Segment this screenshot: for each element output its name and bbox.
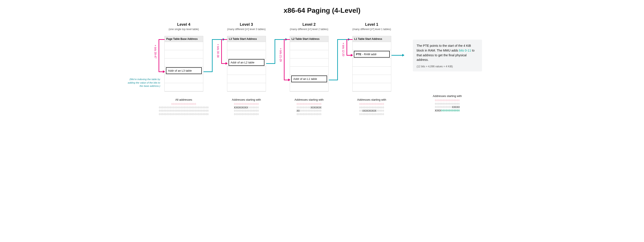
arrow-segment bbox=[284, 80, 288, 80]
bits-row: 00000000000000000000000000000000 bbox=[159, 113, 209, 116]
table-row bbox=[164, 75, 203, 83]
bits-row: 0000000000000000 bbox=[232, 109, 261, 113]
footer-title: Addresses starting with bbox=[357, 98, 386, 101]
level-1-table: L1 Table Start Address PTE - RAM addr + … bbox=[352, 36, 391, 91]
bits-label-21-29: + bits 21-29 bbox=[279, 48, 282, 62]
arrow-segment bbox=[221, 39, 227, 40]
arrow-segment bbox=[329, 80, 338, 80]
arrow-segment bbox=[221, 63, 226, 64]
info-column: The PTE points to the start of the 4 KiB… bbox=[413, 22, 482, 112]
bits-row: 0000000000000000 bbox=[357, 106, 386, 109]
pte-bold-text: PTE bbox=[356, 53, 362, 56]
footer-title: Addresses starting with bbox=[294, 98, 324, 101]
bits-label-30-38: + bits 30-38 bbox=[216, 44, 220, 58]
bits-row: XXXX000000000000 bbox=[433, 109, 462, 112]
bits-row: 00000000000000000000000000000000 bbox=[159, 109, 209, 113]
level-4-footer: All addresses 0000000000000000 000000000… bbox=[159, 98, 209, 116]
bits-row: 0000000000000000 bbox=[357, 113, 386, 116]
arrow-segment bbox=[274, 39, 275, 64]
info-footer: Addresses starting with 0000000000000000… bbox=[433, 94, 462, 112]
level-1-footer: Addresses starting with 0000000000000000… bbox=[357, 98, 386, 116]
diagram-title: x86-64 Paging (4-Level) bbox=[4, 7, 640, 15]
table-row bbox=[227, 83, 266, 91]
arrow-head-icon bbox=[163, 70, 165, 73]
level-1-title: Level 1 bbox=[365, 22, 378, 27]
arrow-head-icon bbox=[402, 54, 404, 57]
table-row bbox=[352, 58, 391, 67]
table-row: Addr of an L1 table bbox=[290, 75, 328, 83]
arrow-segment bbox=[284, 39, 290, 40]
info-accent-text: bits 0-11 bbox=[459, 49, 471, 52]
bits-row: 0000000000000000 bbox=[357, 103, 386, 106]
level-3-table: L3 Table Start Address Addr of an L2 tab… bbox=[227, 36, 266, 91]
pte-rest-text: - RAM addr bbox=[362, 53, 376, 56]
arrow-segment bbox=[158, 39, 159, 72]
level-4-entry: Addr of an L3 table bbox=[166, 67, 202, 74]
bits-row: 00000000000000000000000000000000 bbox=[159, 106, 209, 109]
table-row bbox=[352, 75, 391, 83]
level-2-column: Level 2 (many different [n³] level 2 tab… bbox=[288, 22, 331, 116]
footer-title: Addresses starting with bbox=[433, 94, 462, 98]
arrow-segment bbox=[346, 39, 352, 40]
level-4-table-header: Page Table Base Address bbox=[164, 36, 203, 42]
bits-row: 00XXXXXXXXX00000 bbox=[357, 109, 386, 113]
arrow-segment bbox=[346, 55, 351, 56]
table-row bbox=[352, 42, 391, 50]
bits-row: 0000000000000000 bbox=[232, 103, 261, 106]
info-small-text: (12 bits = 4,096 values = 4 KiB) bbox=[417, 64, 478, 68]
level-2-subtitle: (many different [n³] level 2 tables) bbox=[290, 28, 328, 31]
table-row bbox=[227, 75, 266, 83]
level-2-footer: Addresses starting with 0000000000000000… bbox=[294, 98, 324, 116]
bits-row: XXXXXXXXX0000000 bbox=[232, 106, 261, 109]
bits-row: XX00000000000000 bbox=[294, 109, 324, 113]
arrow-segment bbox=[158, 39, 164, 40]
bits-row: 0000000000000000 bbox=[294, 103, 324, 106]
columns-container: Level 4 (one single top level table) Pag… bbox=[4, 22, 640, 116]
table-row: Addr of an L2 table bbox=[227, 58, 266, 67]
table-row bbox=[164, 42, 203, 50]
table-row bbox=[164, 58, 203, 67]
footer-title: Addresses starting with bbox=[232, 98, 261, 101]
level-4-title: Level 4 bbox=[177, 22, 190, 27]
level-3-table-header: L3 Table Start Address bbox=[227, 36, 266, 42]
table-row bbox=[227, 42, 266, 50]
level-3-title: Level 3 bbox=[240, 22, 253, 27]
bits-row: 000000000XXXXXXX bbox=[294, 106, 324, 109]
arrow-head-icon bbox=[226, 62, 228, 65]
footer-title: All addresses bbox=[159, 98, 209, 101]
level-2-table: L2 Table Start Address Addr of an L1 tab… bbox=[290, 36, 328, 91]
level-1-table-header: L1 Table Start Address bbox=[352, 36, 391, 42]
level-1-entry: PTE - RAM addr bbox=[354, 51, 390, 58]
arrow-segment bbox=[204, 71, 212, 72]
level-4-column: Level 4 (one single top level table) Pag… bbox=[162, 22, 206, 116]
arrow-segment bbox=[212, 39, 212, 72]
level-2-table-header: L2 Table Start Address bbox=[290, 36, 328, 42]
table-row: PTE - RAM addr bbox=[352, 50, 391, 58]
arrow-head-icon bbox=[351, 54, 353, 57]
arrow-segment bbox=[266, 63, 275, 64]
bits-row: 0000000000000000 bbox=[159, 103, 209, 106]
table-row bbox=[164, 50, 203, 58]
table-row bbox=[290, 83, 328, 91]
level-4-subtitle: (one single top level table) bbox=[168, 28, 199, 31]
level-2-title: Level 2 bbox=[302, 22, 316, 27]
bits-row: 0000000000000000 bbox=[232, 113, 261, 116]
level-4-entry-text: Addr of an L3 table bbox=[168, 69, 192, 72]
index-note: (We're indexing the table by adding the … bbox=[127, 78, 160, 88]
arrow-segment bbox=[221, 39, 222, 64]
level-4-table: Page Table Base Address Addr of an L3 ta… bbox=[164, 36, 203, 91]
arrow-segment bbox=[284, 39, 284, 80]
level-3-entry-text: Addr of an L2 table bbox=[231, 61, 254, 64]
arrow-segment bbox=[392, 55, 403, 56]
table-row bbox=[290, 58, 328, 67]
arrow-segment bbox=[337, 39, 338, 80]
level-3-footer: Addresses starting with 0000000000000000… bbox=[232, 98, 261, 116]
bits-label-12-20: + bits 12-20 bbox=[342, 43, 345, 56]
arrow-segment bbox=[346, 39, 347, 56]
table-row bbox=[290, 67, 328, 75]
table-row bbox=[227, 67, 266, 75]
info-box: The PTE points to the start of the 4 KiB… bbox=[413, 40, 482, 71]
bits-row: 00000000000XXXXX bbox=[433, 106, 462, 109]
level-3-column: Level 3 (many different [n²] level 3 tab… bbox=[225, 22, 268, 116]
level-3-subtitle: (many different [n²] level 3 tables) bbox=[227, 28, 266, 31]
